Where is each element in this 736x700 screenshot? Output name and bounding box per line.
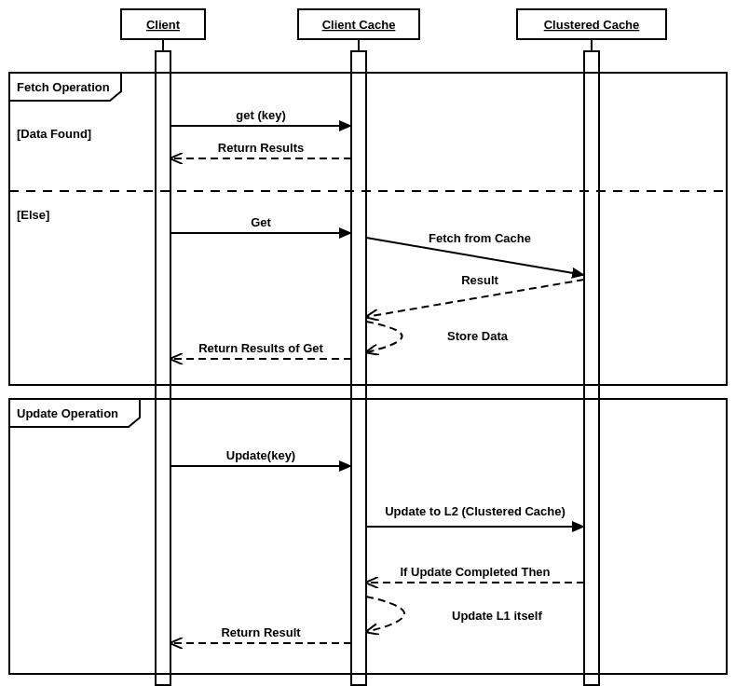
msg-update-key-label: Update(key)	[226, 448, 295, 462]
msg-return-results-of-get-label: Return Results of Get	[198, 341, 323, 355]
msg-if-update-completed-label: If Update Completed Then	[400, 565, 550, 579]
activation-client-cache	[351, 51, 366, 685]
activation-clustered-cache	[584, 51, 599, 685]
msg-return-results-label: Return Results	[218, 141, 304, 155]
frame-update-label: Update Operation	[17, 406, 118, 420]
msg-get2-label: Get	[251, 215, 271, 229]
participant-clustered-cache: Clustered Cache	[517, 9, 666, 39]
msg-store-data-label: Store Data	[447, 329, 509, 343]
msg-update-l2-label: Update to L2 (Clustered Cache)	[385, 504, 566, 518]
participant-client: Client	[121, 9, 205, 39]
frame-fetch-label: Fetch Operation	[17, 80, 110, 94]
cond-else: [Else]	[17, 208, 49, 222]
activation-client	[156, 51, 170, 685]
msg-return-result-label: Return Result	[221, 625, 301, 639]
msg-update-l1	[366, 597, 404, 632]
frame-update	[9, 399, 727, 674]
msg-get-key-label: get (key)	[236, 108, 285, 122]
msg-store-data	[366, 322, 402, 352]
sequence-diagram: Client Client Cache Clustered Cache Fetc…	[0, 0, 736, 700]
participant-clustered-cache-label: Clustered Cache	[544, 18, 640, 32]
frame-fetch	[9, 73, 727, 385]
cond-data-found: [Data Found]	[17, 127, 91, 141]
msg-result-label: Result	[461, 273, 498, 287]
participant-client-label: Client	[146, 18, 181, 32]
msg-fetch-from-cache-label: Fetch from Cache	[429, 231, 531, 245]
msg-update-l1-label: Update L1 itself	[452, 609, 542, 623]
participant-client-cache: Client Cache	[298, 9, 419, 39]
participant-client-cache-label: Client Cache	[322, 18, 396, 32]
